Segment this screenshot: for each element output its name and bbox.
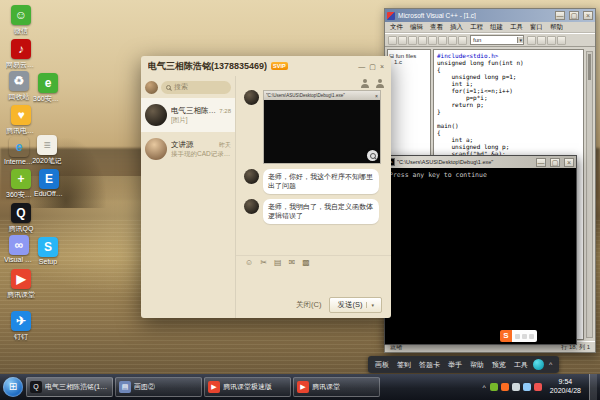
open-file-icon[interactable] <box>398 36 407 45</box>
desktop-icon[interactable]: ▶ 腾讯课堂 <box>6 269 36 300</box>
close-chat-button[interactable]: 关闭(C) <box>296 300 321 310</box>
menu-item[interactable]: 查看 <box>427 23 446 32</box>
tray-expand-icon[interactable]: ^ <box>483 384 486 391</box>
workspace-tree-item[interactable]: 1.c <box>389 59 429 66</box>
desktop-icon[interactable]: e Internet Explorer <box>4 137 34 165</box>
menu-item[interactable]: 窗口 <box>527 23 546 32</box>
ketang-tool[interactable]: 工具 <box>514 360 528 370</box>
new-file-icon[interactable] <box>388 36 397 45</box>
debug-icon[interactable] <box>557 36 566 45</box>
tray-icon[interactable] <box>501 383 509 391</box>
desktop-icon[interactable]: S Setup <box>33 237 63 265</box>
desktop-icon[interactable]: ✈ 钉钉 <box>6 311 36 342</box>
start-button[interactable]: ⊞ <box>3 377 23 397</box>
symbol-combo[interactable]: fun ▾ <box>470 35 524 45</box>
menu-item[interactable]: 编辑 <box>407 23 426 32</box>
cut-icon[interactable] <box>418 36 427 45</box>
maximize-icon[interactable]: ▢ <box>369 63 376 70</box>
chevron-down-icon[interactable]: ▾ <box>366 302 374 308</box>
send-button[interactable]: 发送(S) ▾ <box>329 297 382 313</box>
run-icon[interactable] <box>547 36 556 45</box>
desktop-icon[interactable]: ∞ Visual C++ 6.0 <box>4 235 34 263</box>
build-icon[interactable] <box>537 36 546 45</box>
desktop-icon[interactable]: ♻ 回收站 <box>4 71 34 102</box>
close-icon[interactable]: × <box>583 11 593 20</box>
menu-item[interactable]: 工具 <box>507 23 526 32</box>
ketang-tool[interactable]: 答题卡 <box>419 360 440 370</box>
avatar[interactable] <box>145 81 158 94</box>
desktop-icon[interactable]: E EduOffice <box>34 169 64 197</box>
close-icon[interactable]: × <box>564 158 574 167</box>
taskbar-item[interactable]: ▶ 腾讯课堂 <box>293 377 380 397</box>
ketang-tool[interactable]: 举手 <box>448 360 462 370</box>
tray-icon[interactable] <box>534 383 542 391</box>
paste-icon[interactable] <box>438 36 447 45</box>
tray-icon[interactable] <box>523 383 531 391</box>
tray-icon[interactable] <box>490 383 498 391</box>
chat-tool-icon[interactable]: ☺ <box>245 259 253 267</box>
chat-tool-icon[interactable]: ✉ <box>288 259 295 267</box>
desktop-icon[interactable]: ♪ 网易云音乐 <box>6 39 36 70</box>
minimize-icon[interactable]: — <box>555 11 565 20</box>
compile-icon[interactable] <box>527 36 536 45</box>
chat-tool-icon[interactable]: ▩ <box>302 259 310 267</box>
ime-tool-icon[interactable] <box>522 334 527 339</box>
clock[interactable]: 9:54 2020/4/28 <box>546 378 585 396</box>
zoom-icon[interactable] <box>367 150 378 161</box>
avatar[interactable] <box>244 199 259 214</box>
editor-scrollbar[interactable] <box>586 51 593 338</box>
maximize-icon[interactable]: ▢ <box>569 11 579 20</box>
workspace-tree-item[interactable]: ⊟ fun files <box>389 52 429 59</box>
redo-icon[interactable] <box>458 36 467 45</box>
undo-icon[interactable] <box>448 36 457 45</box>
vc-titlebar[interactable]: Microsoft Visual C++ - [1.c] — ▢ × <box>385 9 595 22</box>
avatar[interactable] <box>244 90 259 105</box>
close-icon[interactable]: × <box>380 63 384 70</box>
minimize-icon[interactable]: — <box>358 63 365 70</box>
menu-item[interactable]: 工程 <box>467 23 486 32</box>
taskbar-item[interactable]: ▤ 画图② <box>115 377 202 397</box>
sogou-icon[interactable]: S <box>500 330 512 342</box>
group-icon[interactable] <box>375 79 384 88</box>
copy-icon[interactable] <box>428 36 437 45</box>
desktop-icon[interactable]: ☺ 微信 <box>6 5 36 36</box>
ketang-tool[interactable]: 签到 <box>397 360 411 370</box>
menu-item[interactable]: 帮助 <box>547 23 566 32</box>
contact-item[interactable]: 电气三相陈浩铭 7:28 [图片] <box>141 98 235 132</box>
ime-tool-icon[interactable] <box>529 334 534 339</box>
minimize-icon[interactable]: — <box>536 158 546 167</box>
message-input[interactable] <box>236 270 391 292</box>
taskbar-item[interactable]: Q 电气三相陈浩铭(13788... <box>26 377 113 397</box>
scrollbar-thumb[interactable] <box>588 54 591 80</box>
chat-image-console-screenshot[interactable]: "C:\Users\ASUS\Desktop\Debug\1.exe" × <box>263 90 381 164</box>
sogou-ime-bar[interactable]: S <box>500 330 537 342</box>
ketang-tool[interactable]: 帮助 <box>470 360 484 370</box>
search-input[interactable]: 搜索 <box>161 81 231 94</box>
chat-tool-icon[interactable]: ▤ <box>274 259 282 267</box>
menu-item[interactable]: 组建 <box>487 23 506 32</box>
menu-item[interactable]: 插入 <box>447 23 466 32</box>
chat-tool-icon[interactable]: ✂ <box>260 259 267 267</box>
desktop-icon[interactable]: ≡ 2020笔记 <box>32 135 62 166</box>
member-icon[interactable] <box>360 79 369 88</box>
ketang-tool[interactable]: 画板 <box>375 360 389 370</box>
contact-item[interactable]: 文讲源 昨天 接手现的CAD记录文件 <box>141 132 235 166</box>
maximize-icon[interactable]: ▢ <box>550 158 560 167</box>
menu-item[interactable]: 文件 <box>387 23 406 32</box>
desktop-icon[interactable]: e 360安全浏览器 <box>33 73 63 104</box>
tray-icon[interactable] <box>512 383 520 391</box>
console-titlebar[interactable]: > "C:\Users\ASUS\Desktop\Debug\1.exe" — … <box>385 156 576 168</box>
class-power-button[interactable] <box>533 359 544 370</box>
desktop-icon[interactable]: Q 腾讯QQ <box>6 203 36 234</box>
taskbar-item[interactable]: ▶ 腾讯课堂极速版 <box>204 377 291 397</box>
console-output[interactable]: Press any key to continue <box>385 168 576 344</box>
save-icon[interactable] <box>408 36 417 45</box>
ime-tool-icon[interactable] <box>515 334 520 339</box>
desktop-icon[interactable]: + 360安全卫士 <box>6 169 36 200</box>
qq-titlebar[interactable]: 电气三相陈浩铭(1378835469) SVIP — ▢ × <box>141 56 391 76</box>
collapse-icon[interactable]: ^ <box>549 361 552 368</box>
show-desktop-button[interactable] <box>589 374 597 400</box>
ketang-tool[interactable]: 预览 <box>492 360 506 370</box>
desktop-icon[interactable]: ♥ 腾讯电脑管家 <box>6 105 36 136</box>
avatar[interactable] <box>244 169 259 184</box>
